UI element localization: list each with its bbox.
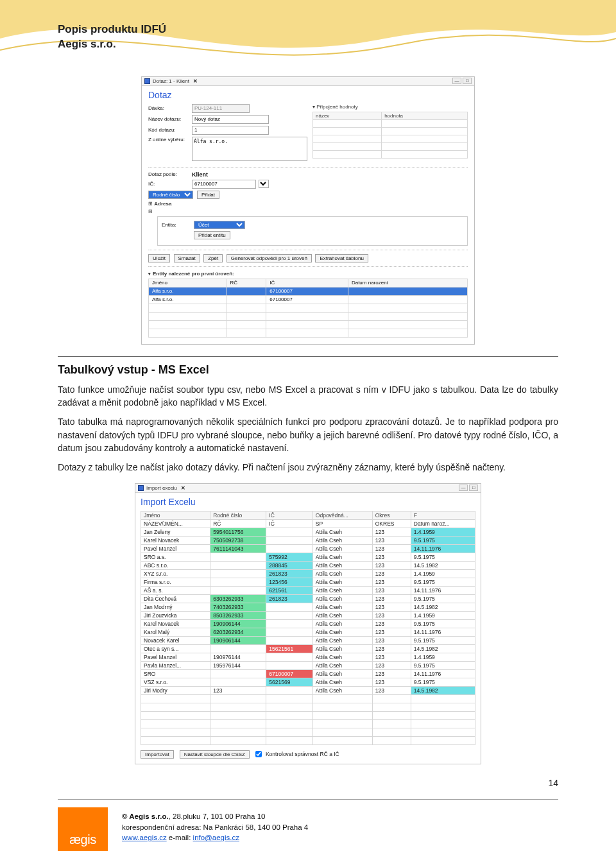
footer-web-link[interactable]: www.aegis.cz — [122, 834, 167, 841]
tab-dotaz[interactable]: Dotaz: 1 - Klient — [153, 78, 189, 84]
th-ic: IČ — [266, 511, 312, 519]
table-row[interactable]: Jiri Modry123Attila Cseh12314.5.1982 — [141, 686, 475, 694]
rodne-cislo-select[interactable]: Rodné číslo — [148, 191, 193, 199]
panel-heading-dotaz: Dotaz — [148, 90, 468, 100]
max-button[interactable]: □ — [463, 78, 472, 84]
table-row[interactable]: NÁZEV/JMÉN...RČIČSPOKRESDatum naroz... — [141, 519, 475, 528]
max-button[interactable]: □ — [469, 485, 478, 491]
footer-addr1: , 28.pluku 7, 101 00 Praha 10 — [169, 812, 266, 820]
th-rc: Rodné číslo — [210, 511, 266, 519]
th-jmeno: Jméno — [149, 279, 227, 287]
titlebar: Dotaz: 1 - Klient ✕ — □ — [142, 77, 474, 86]
table-row-empty — [149, 312, 468, 320]
z-online-textarea[interactable]: Alfa s.r.o. — [192, 137, 307, 161]
table-row[interactable]: VSZ s.r.o.5621569Attila Cseh1239.5.1975 — [141, 678, 475, 686]
table-row-empty — [149, 304, 468, 312]
table-row[interactable]: Otec a syn s...15621561Attila Cseh12314.… — [141, 644, 475, 653]
table-row-empty — [149, 320, 468, 329]
article-p3: Dotazy z tabulky lze načíst jako dotazy … — [58, 461, 558, 474]
kontrolovat-checkbox[interactable] — [255, 751, 262, 757]
table-row-empty — [141, 703, 475, 711]
ic-dropdown-trigger[interactable] — [259, 180, 269, 188]
table-row-empty — [141, 719, 475, 728]
table-row[interactable]: Jan Modrný7403262933Attila Cseh12314.5.1… — [141, 603, 475, 611]
pridat-entitu-button[interactable]: Přidat entitu — [194, 231, 230, 239]
min-button[interactable]: — — [459, 485, 468, 491]
zpet-button[interactable]: Zpět — [203, 254, 223, 262]
table-row[interactable]: Firma s.r.o.123456Attila Cseh1239.5.1975 — [141, 578, 475, 586]
table-row[interactable]: Alfa s.r.o.67100007 — [149, 287, 468, 295]
table-row[interactable]: Karel Novacek190906144Attila Cseh1239.5.… — [141, 619, 475, 628]
window-import-excelu: Import excelu ✕ — □ Import Excelu Jméno … — [135, 483, 481, 764]
table-row[interactable]: Alfa s.r.o.67100007 — [149, 295, 468, 304]
app-icon — [144, 78, 150, 84]
label-dotaz-podle: Dotaz podle: — [148, 171, 192, 177]
th-datum: Datum narození — [348, 279, 467, 287]
footer: ægis © Aegis s.r.o., 28.pluku 7, 101 00 … — [0, 793, 616, 851]
smazat-button[interactable]: Smazat — [174, 254, 200, 262]
entita-select[interactable]: Účet — [194, 221, 245, 229]
table-row[interactable]: Pavel Manzel190976144Attila Cseh1231.4.1… — [141, 653, 475, 661]
table-row[interactable]: Jan Zeleny5954011756Attila Cseh1231.4.19… — [141, 528, 475, 536]
doc-header: Popis produktu IDFÚ Aegis s.r.o. — [58, 0, 558, 57]
min-button[interactable]: — — [452, 78, 461, 84]
pripojene-table: názevhodnota — [312, 112, 468, 159]
th-rc: RČ — [227, 279, 266, 287]
collapser-adresa[interactable]: ⊞ Adresa — [148, 201, 468, 207]
label-entita: Entita: — [162, 222, 194, 228]
th-nazev: název — [313, 112, 382, 119]
table-row[interactable]: Karel Novacek7505092738Attila Cseh1239.5… — [141, 536, 475, 544]
ic-input[interactable] — [192, 180, 256, 189]
table-row[interactable]: Dita Čechová6303262933261823Attila Cseh1… — [141, 594, 475, 603]
th-jmeno: Jméno — [141, 511, 210, 519]
footer-sep: e-mail: — [167, 834, 193, 841]
table-row[interactable]: Jiri Zouzvicka8503262933Attila Cseh1231.… — [141, 611, 475, 619]
kod-dotazu-input[interactable] — [192, 126, 269, 135]
close-tab-button[interactable]: ✕ — [181, 485, 185, 491]
gen-button[interactable]: Generovat odpovědi pro 1 úroveň — [227, 254, 312, 262]
results-table: Jméno RČ IČ Datum narození Alfa s.r.o.67… — [148, 279, 468, 338]
th-okres: Okres — [372, 511, 411, 519]
label-kod-dotazu: Kód dotazu: — [148, 127, 192, 133]
table-row[interactable]: Novacek Karel190906144Attila Cseh1239.5.… — [141, 636, 475, 644]
pridat-button[interactable]: Přidat — [197, 191, 219, 199]
import-table[interactable]: Jméno Rodné číslo IČ Odpovědná... Okres … — [141, 511, 475, 745]
tab-import-excelu[interactable]: Import excelu — [146, 485, 177, 491]
th-ic: IČ — [266, 279, 348, 287]
article-p2: Tato tabulka má naprogramovaných několik… — [58, 415, 558, 454]
collapser-pripojene[interactable]: ▾ Připojené hodnoty — [312, 104, 468, 110]
window-dotaz: Dotaz: 1 - Klient ✕ — □ Dotaz Dávka: Náz… — [141, 76, 475, 345]
table-row-empty — [141, 694, 475, 703]
th-hodnota: hodnota — [382, 112, 468, 119]
section-title: Tabulkový vstup - MS Excel — [58, 363, 558, 377]
table-row[interactable]: AŠ a. s.621561Attila Cseh12314.11.1976 — [141, 586, 475, 594]
label-nazev-dotazu: Název dotazu: — [148, 116, 192, 122]
aegis-logo: ægis — [58, 807, 108, 851]
import-footer: Importovat Nastavit sloupce dle CSSZ Kon… — [135, 745, 481, 764]
close-tab-button[interactable]: ✕ — [193, 78, 198, 84]
page-number: 14 — [548, 778, 558, 788]
ext-button[interactable]: Extrahovat šablonu — [315, 254, 368, 262]
footer-email-link[interactable]: info@aegis.cz — [193, 834, 239, 841]
th-f: F — [411, 511, 475, 519]
nastavit-sloupce-button[interactable]: Nastavit sloupce dle CSSZ — [180, 750, 250, 759]
footer-addr2: korespondenční adresa: Na Pankráci 58, 1… — [122, 822, 308, 833]
footer-copyright: © Aegis s.r.o. — [122, 812, 169, 820]
table-row[interactable]: SRO67100007Attila Cseh12314.11.1976 — [141, 669, 475, 678]
label-davka: Dávka: — [148, 105, 192, 111]
table-row[interactable]: Pavla Manzel...195976144Attila Cseh1239.… — [141, 661, 475, 669]
importovat-button[interactable]: Importovat — [141, 750, 174, 759]
kontrolovat-label: Kontrolovat správnost RČ a IČ — [266, 751, 339, 757]
table-row-empty — [141, 728, 475, 736]
collapser-blank[interactable]: ⊟ — [148, 209, 468, 214]
ulozit-button[interactable]: Uložit — [148, 254, 170, 262]
table-row[interactable]: Pavel Manzel7611141043Attila Cseh12314.1… — [141, 544, 475, 553]
table-row[interactable]: XYZ s.r.o.261823Attila Cseh1231.4.1959 — [141, 569, 475, 578]
nazev-dotazu-input[interactable] — [192, 115, 269, 124]
table-row-empty — [149, 329, 468, 337]
article-p1: Tato funkce umožňuje načíst soubor typu … — [58, 383, 558, 409]
table-row[interactable]: SRO a.s.575992Attila Cseh1239.5.1975 — [141, 553, 475, 561]
table-row[interactable]: Karol Malý6203262934Attila Cseh12314.11.… — [141, 628, 475, 636]
table-row[interactable]: ABC s.r.o.288845Attila Cseh12314.5.1982 — [141, 561, 475, 569]
label-z-online: Z online výběru: — [148, 137, 192, 142]
